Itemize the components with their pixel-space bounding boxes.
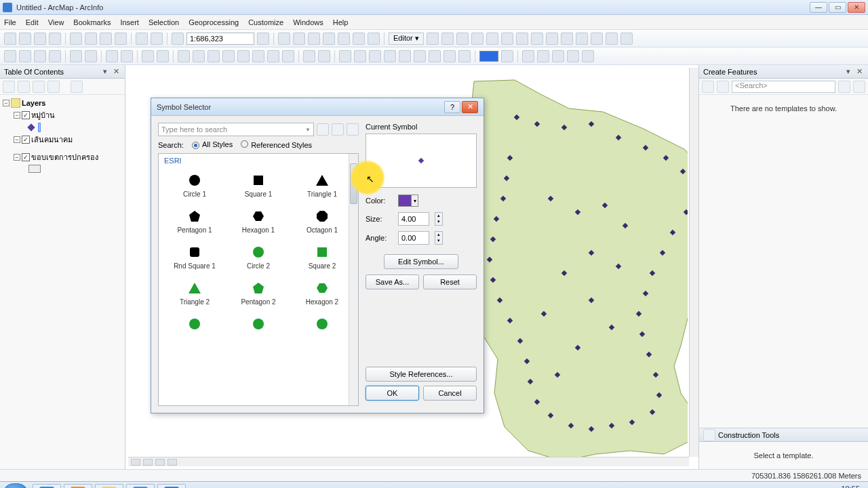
task-explorer-icon[interactable] xyxy=(95,484,123,489)
toolbar-icon[interactable] xyxy=(293,33,305,45)
identify-icon[interactable] xyxy=(193,50,205,62)
go-to-xy-icon[interactable] xyxy=(282,50,294,62)
cf-organize-icon[interactable] xyxy=(717,81,729,93)
layer-checkbox[interactable]: ✓ xyxy=(22,136,30,144)
layer-checkbox[interactable]: ✓ xyxy=(22,153,30,161)
tree-collapse-icon[interactable]: − xyxy=(14,112,20,119)
task-arcmap-icon[interactable] xyxy=(126,484,155,489)
open-icon[interactable] xyxy=(19,33,31,45)
refresh-icon[interactable] xyxy=(155,459,165,466)
pan-icon[interactable] xyxy=(34,50,46,62)
measure-icon[interactable] xyxy=(237,50,250,62)
find-route-icon[interactable] xyxy=(267,50,279,62)
draw-callout-icon[interactable] xyxy=(429,50,441,62)
trace-icon[interactable] xyxy=(486,33,498,45)
fill-dropdown-icon[interactable] xyxy=(501,50,513,62)
new-icon[interactable] xyxy=(4,33,16,45)
toc-close-icon[interactable]: ✕ xyxy=(111,67,121,77)
start-button[interactable] xyxy=(3,483,28,489)
rotate-icon[interactable] xyxy=(576,33,588,45)
add-data-icon[interactable] xyxy=(172,33,184,45)
select-elements-icon[interactable] xyxy=(178,50,190,62)
draw-line-icon[interactable] xyxy=(399,50,411,62)
menu-insert[interactable]: Insert xyxy=(120,18,139,26)
fill-color-swatch[interactable] xyxy=(479,51,498,62)
cancel-button[interactable]: Cancel xyxy=(423,386,477,401)
draw-group-icon[interactable] xyxy=(443,50,456,62)
tray-clock[interactable]: 18:55 24/9/2556 xyxy=(827,485,860,488)
layer-label[interactable]: หมู่บ้าน xyxy=(31,109,55,121)
toc-list-by-selection-icon[interactable] xyxy=(47,81,60,93)
find-icon[interactable] xyxy=(252,50,264,62)
symbol-item[interactable]: Triangle 2 xyxy=(164,278,225,308)
cf-pin-icon[interactable]: ▾ xyxy=(844,67,853,77)
color-picker[interactable]: ▾ xyxy=(398,195,418,207)
cut-polygons-icon[interactable] xyxy=(546,33,558,45)
clear-selection-icon[interactable] xyxy=(157,50,169,62)
symbol-search-input[interactable]: Type here to search▼ xyxy=(158,123,314,136)
edit-tool-icon[interactable] xyxy=(427,33,439,45)
draw-edit-icon[interactable] xyxy=(369,50,381,62)
copy-icon[interactable] xyxy=(85,33,97,45)
symbol-list-scrollbar[interactable] xyxy=(349,154,358,405)
maximize-button[interactable]: ▭ xyxy=(829,2,846,13)
scale-dropdown-icon[interactable] xyxy=(257,33,269,45)
html-popup-icon[interactable] xyxy=(222,50,235,62)
toc-options-icon[interactable] xyxy=(71,81,83,93)
toc-list-by-visibility-icon[interactable] xyxy=(33,81,45,93)
cf-search-input[interactable]: <Search> xyxy=(732,81,835,93)
toc-list-by-source-icon[interactable] xyxy=(18,81,30,93)
end-point-arc-icon[interactable] xyxy=(471,33,484,45)
editor-toolbar-icon[interactable] xyxy=(278,33,290,45)
draw-marker-icon[interactable] xyxy=(384,50,396,62)
layout-zoom-out-icon[interactable] xyxy=(537,50,549,62)
dialog-close-button[interactable]: ✕ xyxy=(462,101,478,113)
ok-button[interactable]: OK xyxy=(366,386,419,401)
time-slider-icon[interactable] xyxy=(303,50,315,62)
split-icon[interactable] xyxy=(561,33,573,45)
tree-collapse-icon[interactable]: − xyxy=(14,154,20,161)
symbol-item[interactable] xyxy=(164,314,225,334)
cf-filter-icon[interactable] xyxy=(702,81,714,93)
symbol-item[interactable]: Circle 2 xyxy=(228,242,289,272)
print-icon[interactable] xyxy=(49,33,61,45)
symbol-item[interactable]: Pentagon 1 xyxy=(164,206,225,237)
symbol-item[interactable] xyxy=(292,314,353,334)
symbol-search-go-icon[interactable] xyxy=(317,123,329,136)
radio-referenced-styles[interactable]: Referenced Styles xyxy=(241,140,312,149)
layout-pan-icon[interactable] xyxy=(552,50,564,62)
catalog-icon[interactable] xyxy=(308,33,320,45)
menu-file[interactable]: File xyxy=(4,18,16,26)
attributes-icon[interactable] xyxy=(591,33,603,45)
angle-input[interactable] xyxy=(398,231,429,245)
toc-list-by-drawing-order-icon[interactable] xyxy=(3,81,15,93)
tree-collapse-icon[interactable]: − xyxy=(14,136,20,143)
data-view-icon[interactable] xyxy=(131,459,140,466)
style-references-button[interactable]: Style References... xyxy=(366,367,477,382)
tree-collapse-icon[interactable]: − xyxy=(3,100,9,106)
reset-button[interactable]: Reset xyxy=(423,274,477,289)
select-features-icon[interactable] xyxy=(142,50,154,62)
cut-icon[interactable] xyxy=(70,33,82,45)
menu-edit[interactable]: Edit xyxy=(26,18,39,26)
zoom-in-icon[interactable] xyxy=(4,50,16,62)
task-ie-icon[interactable] xyxy=(33,484,61,489)
layout-view-icon[interactable] xyxy=(143,459,153,466)
layout-whole-page-icon[interactable] xyxy=(567,50,579,62)
editor-dropdown[interactable]: Editor ▾ xyxy=(389,33,424,45)
symbol-view-mode-icon[interactable] xyxy=(347,123,359,136)
delete-icon[interactable] xyxy=(115,33,127,45)
map-vertical-scrollbar[interactable] xyxy=(689,68,698,457)
fixed-zoom-in-icon[interactable] xyxy=(70,50,82,62)
symbol-item[interactable]: Square 1 xyxy=(228,170,289,201)
menu-view[interactable]: View xyxy=(48,18,64,26)
menu-bookmarks[interactable]: Bookmarks xyxy=(73,18,111,26)
model-builder-icon[interactable] xyxy=(368,33,380,45)
angle-spinner[interactable]: ▴▾ xyxy=(435,231,443,245)
symbol-item[interactable]: Hexagon 1 xyxy=(228,206,289,237)
layer-checkbox[interactable]: ✓ xyxy=(22,111,30,119)
size-input[interactable] xyxy=(398,212,429,226)
cf-close-icon[interactable]: ✕ xyxy=(854,67,864,77)
cf-clear-icon[interactable] xyxy=(853,81,865,93)
undo-icon[interactable] xyxy=(136,33,148,45)
